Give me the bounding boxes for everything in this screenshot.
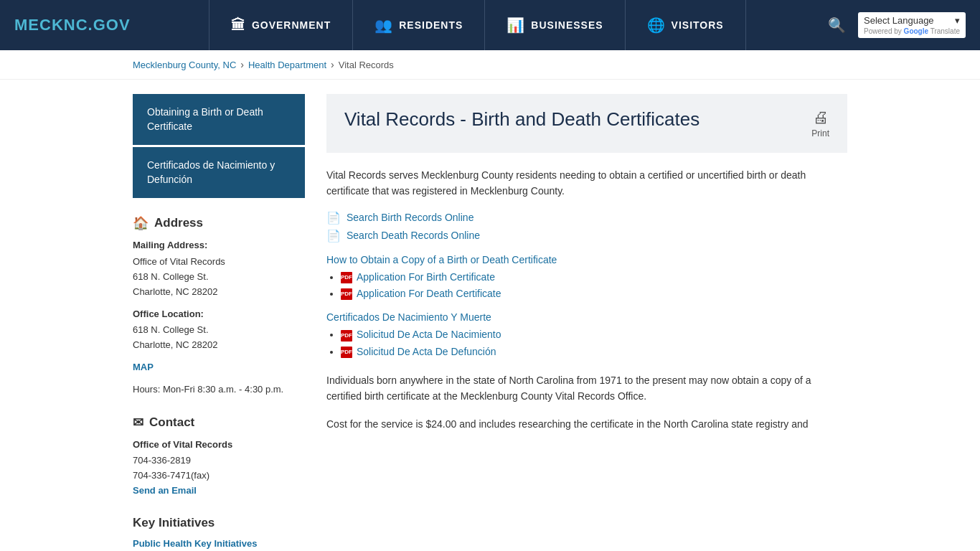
nav-label-0: GOVERNMENT bbox=[252, 19, 331, 31]
body-section: Individuals born anywhere in the state o… bbox=[326, 372, 847, 432]
email-link[interactable]: Send an Email bbox=[133, 485, 197, 496]
breadcrumb-sep-1: › bbox=[240, 59, 244, 70]
sidebar-item-spanish[interactable]: Certificados de Nacimiento y Defunción bbox=[133, 147, 305, 198]
chevron-down-icon: ▾ bbox=[955, 15, 960, 26]
language-selector[interactable]: Select Language ▾ bbox=[864, 15, 960, 26]
nav-item-businesses[interactable]: 📊BUSINESSES bbox=[485, 0, 625, 50]
spanish-birth-app-item: PDFSolicitud De Acta De Nacimiento bbox=[341, 329, 847, 341]
main-layout: Obtaining a Birth or Death Certificate C… bbox=[0, 80, 980, 551]
site-header: MECKNC.GOV 🏛GOVERNMENT👥RESIDENTS📊BUSINES… bbox=[0, 0, 980, 50]
intro-text: Vital Records serves Mecklenburg County … bbox=[326, 167, 847, 199]
contact-section-title: ✉ Contact bbox=[133, 415, 305, 430]
search-button[interactable]: 🔍 bbox=[824, 13, 849, 37]
search-death-link-item: 📄 Search Death Records Online bbox=[326, 229, 847, 242]
sidebar-contact-section: ✉ Contact Office of Vital Records 704-33… bbox=[133, 415, 305, 499]
spanish-application-links: PDFSolicitud De Acta De Nacimiento PDFSo… bbox=[341, 329, 847, 358]
key-initiatives-title: Key Initiatives bbox=[133, 516, 305, 530]
birth-app-link[interactable]: PDFApplication For Birth Certificate bbox=[341, 271, 495, 283]
translate-widget[interactable]: Select Language ▾ Powered by Google Tran… bbox=[858, 12, 966, 38]
sidebar: Obtaining a Birth or Death Certificate C… bbox=[133, 94, 305, 549]
print-button[interactable]: 🖨 Print bbox=[811, 108, 829, 138]
select-language-label: Select Language bbox=[864, 15, 934, 26]
home-icon: 🏠 bbox=[133, 215, 149, 231]
document-icon-death: 📄 bbox=[326, 229, 341, 242]
death-app-item: PDFApplication For Death Certificate bbox=[341, 288, 847, 300]
nav-item-visitors[interactable]: 🌐VISITORS bbox=[626, 0, 746, 50]
how-to-obtain-link[interactable]: How to Obtain a Copy of a Birth or Death… bbox=[326, 254, 847, 265]
breadcrumb: Mecklenburg County, NC › Health Departme… bbox=[0, 50, 980, 80]
address-section-title: 🏠 Address bbox=[133, 215, 305, 231]
key-initiatives-link[interactable]: Public Health Key Initiatives bbox=[133, 538, 257, 549]
search-death-link[interactable]: Search Death Records Online bbox=[347, 230, 480, 241]
pdf-icon-spanish-birth: PDF bbox=[341, 330, 352, 342]
spanish-death-app-item: PDFSolicitud De Acta De Defunción bbox=[341, 346, 847, 358]
printer-icon: 🖨 bbox=[813, 108, 829, 127]
document-icon-birth: 📄 bbox=[326, 211, 341, 225]
search-birth-link-item: 📄 Search Birth Records Online bbox=[326, 211, 847, 225]
main-content: Vital Records - Birth and Death Certific… bbox=[326, 94, 847, 443]
sidebar-address-section: 🏠 Address Mailing Address: Office of Vit… bbox=[133, 215, 305, 397]
nav-item-residents[interactable]: 👥RESIDENTS bbox=[353, 0, 485, 50]
spanish-birth-app-link[interactable]: PDFSolicitud De Acta De Nacimiento bbox=[341, 329, 501, 340]
pdf-icon-death: PDF bbox=[341, 288, 352, 300]
nav-label-2: BUSINESSES bbox=[531, 19, 603, 31]
nav-icon-3: 🌐 bbox=[647, 17, 666, 34]
pdf-icon-spanish-death: PDF bbox=[341, 347, 352, 358]
logo-meck: MECK bbox=[14, 16, 64, 34]
main-nav: 🏛GOVERNMENT👥RESIDENTS📊BUSINESSES🌐VISITOR… bbox=[131, 0, 824, 50]
print-label: Print bbox=[811, 128, 829, 138]
contact-info: Office of Vital Records 704-336-2819 704… bbox=[133, 438, 305, 499]
nav-icon-2: 📊 bbox=[507, 17, 525, 34]
nav-label-1: RESIDENTS bbox=[399, 19, 463, 31]
application-links: PDFApplication For Birth Certificate PDF… bbox=[341, 271, 847, 301]
breadcrumb-health[interactable]: Health Department bbox=[248, 60, 326, 70]
search-links: 📄 Search Birth Records Online 📄 Search D… bbox=[326, 211, 847, 242]
content-header: Vital Records - Birth and Death Certific… bbox=[326, 94, 847, 153]
breadcrumb-sep-2: › bbox=[331, 59, 334, 70]
powered-by-label: Powered by Google Translate bbox=[864, 27, 960, 35]
logo-nc: NC.GOV bbox=[64, 16, 131, 34]
hours-text: Hours: Mon-Fri 8:30 a.m. - 4:30 p.m. bbox=[133, 382, 305, 397]
search-birth-link[interactable]: Search Birth Records Online bbox=[347, 212, 473, 223]
map-link[interactable]: MAP bbox=[133, 362, 154, 372]
envelope-icon: ✉ bbox=[133, 415, 143, 430]
body-text-2: Cost for the service is $24.00 and inclu… bbox=[326, 416, 847, 432]
nav-icon-0: 🏛 bbox=[231, 17, 246, 34]
birth-app-item: PDFApplication For Birth Certificate bbox=[341, 271, 847, 283]
page-title: Vital Records - Birth and Death Certific… bbox=[344, 108, 699, 131]
nav-item-government[interactable]: 🏛GOVERNMENT bbox=[209, 0, 353, 50]
nav-label-3: VISITORS bbox=[672, 19, 724, 31]
spanish-death-app-link[interactable]: PDFSolicitud De Acta De Defunción bbox=[341, 346, 496, 357]
address-info: Mailing Address: Office of Vital Records… bbox=[133, 238, 305, 397]
breadcrumb-current: Vital Records bbox=[339, 60, 394, 70]
header-right: 🔍 Select Language ▾ Powered by Google Tr… bbox=[824, 12, 966, 38]
death-app-link[interactable]: PDFApplication For Death Certificate bbox=[341, 288, 501, 299]
body-text-1: Individuals born anywhere in the state o… bbox=[326, 372, 847, 405]
sidebar-item-birth-death[interactable]: Obtaining a Birth or Death Certificate bbox=[133, 94, 305, 145]
breadcrumb-mecklenburg[interactable]: Mecklenburg County, NC bbox=[133, 60, 236, 70]
pdf-icon-birth: PDF bbox=[341, 272, 352, 283]
sidebar-key-initiatives-section: Key Initiatives Public Health Key Initia… bbox=[133, 516, 305, 549]
site-logo[interactable]: MECKNC.GOV bbox=[14, 16, 131, 34]
nav-icon-1: 👥 bbox=[374, 17, 393, 34]
spanish-section-link[interactable]: Certificados De Nacimiento Y Muerte bbox=[326, 311, 847, 323]
